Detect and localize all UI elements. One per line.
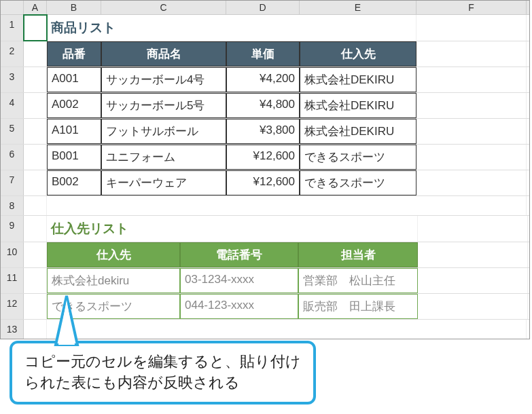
- cell-F9[interactable]: [418, 216, 528, 242]
- cell-F10[interactable]: [418, 242, 528, 267]
- table1-title[interactable]: 商品リスト: [47, 15, 416, 41]
- row-header-4[interactable]: 4: [1, 93, 24, 118]
- table2-r1-supplier[interactable]: 株式会社dekiru: [47, 268, 180, 293]
- cell-BF13[interactable]: [47, 320, 527, 339]
- cell-A5[interactable]: [24, 119, 47, 144]
- table1-header-code[interactable]: 品番: [47, 41, 101, 67]
- table2-r1-contact[interactable]: 営業部 松山主任: [298, 268, 418, 293]
- table1-r1-price[interactable]: ¥4,200: [226, 67, 300, 92]
- callout-line1: コピー元のセルを編集すると、貼り付け: [24, 352, 301, 373]
- table1-r1-code[interactable]: A001: [47, 67, 101, 92]
- row-2: 2 品番 商品名 単価 仕入先: [1, 41, 529, 67]
- table1-r5-code[interactable]: B002: [47, 170, 101, 195]
- table1-r5-supplier[interactable]: できるスポーツ: [300, 170, 416, 195]
- row-10: 10 仕入先 電話番号 担当者: [1, 242, 529, 268]
- cell-F6[interactable]: [416, 145, 527, 170]
- table1-r4-supplier[interactable]: できるスポーツ: [300, 145, 416, 170]
- table1-r4-name[interactable]: ユニフォーム: [101, 145, 226, 170]
- cell-A12[interactable]: [24, 294, 47, 319]
- col-header-B[interactable]: B: [47, 1, 101, 14]
- cell-A10[interactable]: [24, 242, 47, 267]
- row-7: 7 B002 キーパーウェア ¥12,600 できるスポーツ: [1, 170, 529, 196]
- cell-F2[interactable]: [416, 41, 527, 67]
- cell-BF8[interactable]: [47, 196, 527, 215]
- cell-F4[interactable]: [416, 93, 527, 118]
- row-header-5[interactable]: 5: [1, 119, 24, 144]
- table1-r1-supplier[interactable]: 株式会社DEKIRU: [300, 67, 416, 92]
- cell-F5[interactable]: [416, 119, 527, 144]
- select-all-corner[interactable]: [1, 1, 24, 14]
- table1-r2-supplier[interactable]: 株式会社DEKIRU: [300, 93, 416, 118]
- cell-A7[interactable]: [24, 170, 47, 195]
- table1-r2-price[interactable]: ¥4,800: [226, 93, 300, 118]
- table1-r2-name[interactable]: サッカーボール5号: [101, 93, 226, 118]
- cell-A13[interactable]: [24, 320, 47, 339]
- table1-r2-code[interactable]: A002: [47, 93, 101, 118]
- table1-r3-price[interactable]: ¥3,800: [226, 119, 300, 144]
- col-header-E[interactable]: E: [300, 1, 416, 14]
- col-header-C[interactable]: C: [101, 1, 226, 14]
- cell-F7[interactable]: [416, 170, 527, 195]
- table1-r4-price[interactable]: ¥12,600: [226, 145, 300, 170]
- cell-A8[interactable]: [24, 196, 47, 215]
- spreadsheet[interactable]: A B C D E F 1 商品リスト 2 品番 商品名 単価 仕入先 3 A0…: [0, 0, 530, 339]
- cell-A9[interactable]: [24, 216, 47, 242]
- table1-r3-supplier[interactable]: 株式会社DEKIRU: [300, 119, 416, 144]
- row-1: 1 商品リスト: [1, 15, 529, 41]
- cell-A4[interactable]: [24, 93, 47, 118]
- cell-F12[interactable]: [418, 294, 528, 319]
- cell-A2[interactable]: [24, 41, 47, 67]
- row-header-8[interactable]: 8: [1, 196, 24, 215]
- row-8: 8: [1, 196, 529, 216]
- cell-F3[interactable]: [416, 67, 527, 92]
- row-5: 5 A101 フットサルボール ¥3,800 株式会社DEKIRU: [1, 119, 529, 145]
- row-header-7[interactable]: 7: [1, 170, 24, 195]
- column-headers-row: A B C D E F: [1, 1, 529, 15]
- row-header-3[interactable]: 3: [1, 67, 24, 92]
- table2-title[interactable]: 仕入先リスト: [47, 216, 418, 242]
- table1-r4-code[interactable]: B001: [47, 145, 101, 170]
- cell-A11[interactable]: [24, 268, 47, 293]
- row-header-11[interactable]: 11: [1, 268, 24, 293]
- col-header-F[interactable]: F: [416, 1, 527, 14]
- row-4: 4 A002 サッカーボール5号 ¥4,800 株式会社DEKIRU: [1, 93, 529, 119]
- col-header-D[interactable]: D: [226, 1, 300, 14]
- cell-A1[interactable]: [24, 15, 47, 41]
- cell-A3[interactable]: [24, 67, 47, 92]
- row-header-2[interactable]: 2: [1, 41, 24, 67]
- table1-r1-name[interactable]: サッカーボール4号: [101, 67, 226, 92]
- row-9: 9 仕入先リスト: [1, 216, 529, 242]
- row-6: 6 B001 ユニフォーム ¥12,600 できるスポーツ: [1, 145, 529, 170]
- table2-r2-contact[interactable]: 販売部 田上課長: [298, 294, 418, 319]
- table1-header-supplier[interactable]: 仕入先: [300, 41, 416, 67]
- row-header-13[interactable]: 13: [1, 320, 24, 339]
- annotation-callout: コピー元のセルを編集すると、貼り付け られた表にも内容が反映される: [10, 341, 316, 404]
- row-11: 11 株式会社dekiru 03-1234-xxxx 営業部 松山主任: [1, 268, 529, 294]
- row-header-6[interactable]: 6: [1, 145, 24, 170]
- table1-header-name[interactable]: 商品名: [101, 41, 226, 67]
- cell-F11[interactable]: [418, 268, 528, 293]
- table2-r2-phone[interactable]: 044-123-xxxx: [180, 294, 298, 319]
- callout-pointer-icon: [53, 295, 80, 346]
- table1-header-price[interactable]: 単価: [226, 41, 300, 67]
- table1-r5-price[interactable]: ¥12,600: [226, 170, 300, 195]
- row-3: 3 A001 サッカーボール4号 ¥4,200 株式会社DEKIRU: [1, 67, 529, 93]
- table2-header-contact[interactable]: 担当者: [298, 242, 418, 267]
- table1-r3-name[interactable]: フットサルボール: [101, 119, 226, 144]
- col-header-A[interactable]: A: [24, 1, 47, 14]
- cell-F1[interactable]: [416, 15, 527, 41]
- table1-r3-code[interactable]: A101: [47, 119, 101, 144]
- row-header-12[interactable]: 12: [1, 294, 24, 319]
- table2-header-supplier[interactable]: 仕入先: [47, 242, 180, 267]
- table2-r1-phone[interactable]: 03-1234-xxxx: [180, 268, 298, 293]
- row-header-9[interactable]: 9: [1, 216, 24, 242]
- cell-A6[interactable]: [24, 145, 47, 170]
- table1-r5-name[interactable]: キーパーウェア: [101, 170, 226, 195]
- callout-line2: られた表にも内容が反映される: [24, 373, 301, 394]
- table2-header-phone[interactable]: 電話番号: [180, 242, 298, 267]
- row-header-1[interactable]: 1: [1, 15, 24, 41]
- row-header-10[interactable]: 10: [1, 242, 24, 267]
